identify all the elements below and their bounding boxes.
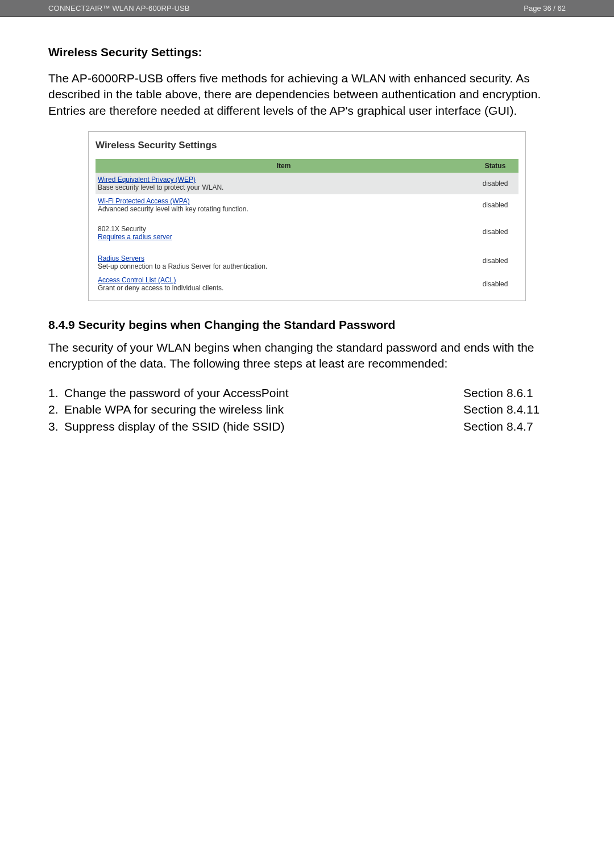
step-text: Suppress display of the SSID (hide SSID) (64, 418, 285, 435)
list-item: 2. Enable WPA for securing the wireless … (48, 401, 566, 418)
item-cell: Wi-Fi Protected Access (WPA) Advanced se… (96, 194, 472, 216)
page-header: CONNECT2AIR™ WLAN AP-600RP-USB Page 36 /… (0, 0, 614, 16)
desc-wep: Base security level to protect your WLAN… (98, 183, 223, 191)
link-wpa[interactable]: Wi-Fi Protected Access (WPA) (98, 197, 190, 205)
header-page-number: Page 36 / 62 (524, 4, 566, 12)
list-item: 1. Change the password of your AccessPoi… (48, 385, 566, 401)
section-heading-security-settings: Wireless Security Settings: (48, 45, 566, 59)
item-cell: Access Control List (ACL) Grant or deny … (96, 273, 472, 295)
table-row: Radius Servers Set-up connection to a Ra… (96, 248, 518, 273)
step-number: 3. (48, 418, 64, 435)
table-row: 802.1X Security Requires a radius server… (96, 216, 518, 248)
security-settings-panel: Wireless Security Settings Item Status W… (88, 131, 526, 301)
desc-wpa: Advanced security level with key rotatin… (98, 205, 248, 213)
desc-radius-servers: Set-up connection to a Radius Server for… (98, 262, 267, 270)
status-acl: disabled (472, 273, 518, 295)
step-ref: Section 8.4.7 (463, 418, 566, 435)
table-header-row: Item Status (96, 159, 518, 173)
subsection-849: 8.4.9 Security begins when Changing the … (48, 318, 566, 435)
subsection-heading: 8.4.9 Security begins when Changing the … (48, 318, 566, 332)
steps-list: 1. Change the password of your AccessPoi… (48, 385, 566, 435)
panel-title: Wireless Security Settings (96, 140, 518, 151)
step-number: 1. (48, 385, 64, 401)
step-ref: Section 8.4.11 (463, 401, 566, 418)
security-settings-table: Item Status Wired Equivalent Privacy (WE… (96, 159, 518, 295)
link-wep[interactable]: Wired Equivalent Privacy (WEP) (98, 176, 196, 183)
item-cell: Wired Equivalent Privacy (WEP) Base secu… (96, 173, 472, 194)
column-header-item: Item (96, 159, 472, 173)
status-radius: disabled (472, 248, 518, 273)
link-radius-servers[interactable]: Radius Servers (98, 254, 144, 262)
step-text: Enable WPA for securing the wireless lin… (64, 401, 284, 418)
step-text: Change the password of your AccessPoint (64, 385, 289, 401)
link-acl[interactable]: Access Control List (ACL) (98, 276, 176, 284)
table-row: Wired Equivalent Privacy (WEP) Base secu… (96, 173, 518, 194)
header-product: CONNECT2AIR™ WLAN AP-600RP-USB (48, 4, 190, 12)
status-8021x: disabled (472, 216, 518, 248)
pretext-8021x: 802.1X Security (98, 225, 146, 233)
item-cell: 802.1X Security Requires a radius server (96, 216, 472, 248)
page-content: Wireless Security Settings: The AP-6000R… (0, 17, 614, 435)
step-ref: Section 8.6.1 (463, 385, 566, 401)
desc-acl: Grant or deny access to individual clien… (98, 284, 223, 292)
item-cell: Radius Servers Set-up connection to a Ra… (96, 248, 472, 273)
subsection-paragraph: The security of your WLAN begins when ch… (48, 340, 566, 372)
section1-paragraph: The AP-6000RP-USB offers five methods fo… (48, 70, 566, 119)
step-number: 2. (48, 401, 64, 418)
list-item: 3. Suppress display of the SSID (hide SS… (48, 418, 566, 435)
link-radius-server[interactable]: Requires a radius server (98, 233, 172, 241)
column-header-status: Status (472, 159, 518, 173)
status-wpa: disabled (472, 194, 518, 216)
table-row: Access Control List (ACL) Grant or deny … (96, 273, 518, 295)
table-row: Wi-Fi Protected Access (WPA) Advanced se… (96, 194, 518, 216)
status-wep: disabled (472, 173, 518, 194)
